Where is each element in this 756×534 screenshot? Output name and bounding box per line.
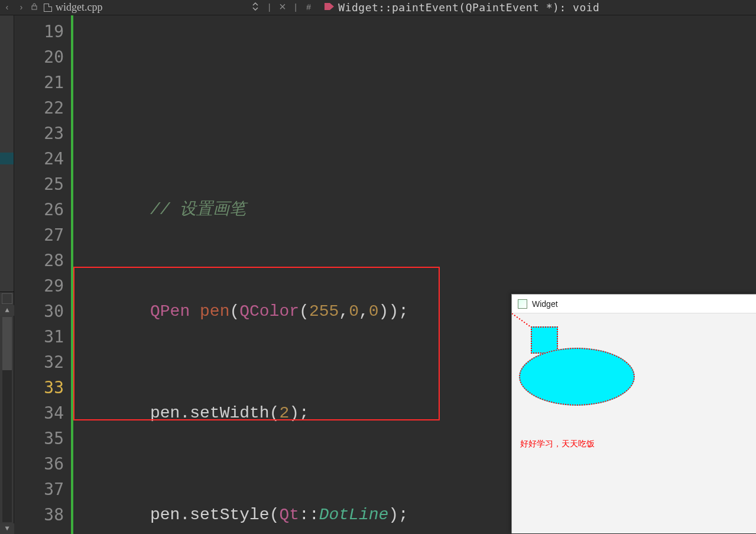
window-title: Widget — [532, 299, 558, 309]
close-button[interactable]: × — [275, 1, 290, 14]
window-titlebar[interactable]: Widget — [512, 294, 756, 313]
nav-back-button[interactable]: ‹ — [0, 3, 14, 12]
separator: | — [263, 3, 275, 12]
line-number: 26 — [14, 197, 64, 222]
overview-scrollbar[interactable]: ▲ ▼ — [0, 292, 14, 534]
tag-icon — [324, 2, 335, 13]
hash-icon[interactable]: # — [301, 3, 316, 12]
line-number: 30 — [14, 299, 64, 324]
editor-toolbar: ‹ › widget.cpp | × | # Widget::paintEven… — [0, 0, 756, 15]
line-number: 34 — [14, 400, 64, 426]
nav-forward-button[interactable]: › — [14, 3, 28, 12]
file-icon — [44, 4, 52, 12]
overview-header-icon — [2, 293, 12, 304]
separator: | — [290, 3, 301, 12]
painted-canvas: 好好学习，天天吃饭 — [512, 313, 756, 533]
lock-icon — [28, 3, 40, 12]
scroll-down-icon[interactable]: ▼ — [0, 523, 14, 534]
app-icon — [518, 299, 527, 309]
line-number: 19 — [14, 19, 64, 44]
symbol-breadcrumb[interactable]: Widget::paintEvent(QPaintEvent *): void — [338, 1, 599, 14]
annotation-highlight-box — [73, 267, 440, 420]
line-number: 37 — [14, 477, 64, 502]
line-number: 21 — [14, 70, 64, 95]
svg-rect-0 — [32, 6, 37, 9]
line-number: 31 — [14, 324, 64, 349]
line-number: 20 — [14, 44, 64, 70]
line-number: 22 — [14, 95, 64, 121]
line-number: 36 — [14, 451, 64, 477]
scroll-thumb[interactable] — [2, 317, 12, 370]
line-number: 32 — [14, 349, 64, 375]
line-number: 33 — [14, 375, 64, 400]
line-number: 35 — [14, 426, 64, 451]
file-tab[interactable]: widget.cpp — [40, 1, 106, 14]
line-number: 28 — [14, 248, 64, 273]
line-number: 29 — [14, 273, 64, 299]
drawn-ellipse — [519, 348, 635, 406]
file-name: widget.cpp — [56, 1, 102, 14]
scroll-up-icon[interactable]: ▲ — [0, 305, 14, 316]
line-number: 27 — [14, 222, 64, 248]
line-number: 38 — [14, 502, 64, 527]
line-number: 25 — [14, 171, 64, 197]
line-number-gutter: 19 20 21 22 23 24 25 26 27 28 29 30 31 3… — [14, 15, 73, 534]
widget-preview-window[interactable]: Widget 好好学习，天天吃饭 — [511, 294, 756, 533]
bookmark-marker[interactable] — [0, 153, 14, 164]
line-number: 23 — [14, 121, 64, 146]
line-number: 24 — [14, 146, 64, 171]
drawn-text: 好好学习，天天吃饭 — [520, 439, 595, 449]
file-switcher-icon[interactable] — [248, 2, 263, 13]
